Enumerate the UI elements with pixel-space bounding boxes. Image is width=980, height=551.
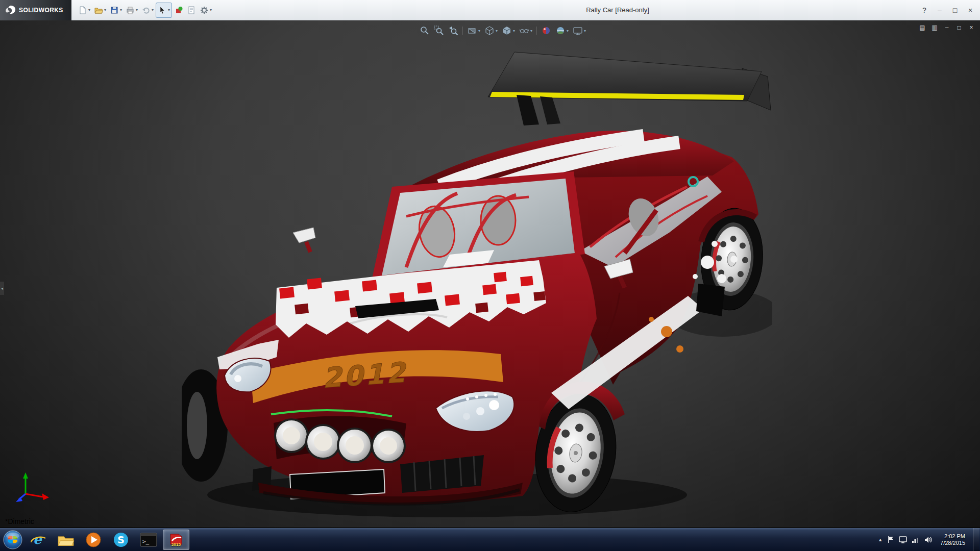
taskbar-command-prompt[interactable]: >_ xyxy=(135,530,162,550)
dropdown-caret[interactable]: ▾ xyxy=(478,29,480,33)
edit-appearance-icon[interactable] xyxy=(541,26,551,36)
window-pane-right-icon[interactable]: ▥ xyxy=(929,23,940,32)
help-button[interactable]: ? xyxy=(917,4,932,17)
display-style-icon[interactable]: ▾ xyxy=(502,26,515,36)
view-orientation-label: *Dimetric xyxy=(5,517,34,525)
folder-icon xyxy=(57,532,75,547)
open-button[interactable]: ▾ xyxy=(92,3,108,18)
collapse-panel-arrow[interactable]: ◂ xyxy=(0,282,4,295)
show-desktop-button[interactable] xyxy=(973,528,979,551)
svg-text:>_: >_ xyxy=(142,538,150,545)
undo-icon xyxy=(141,6,151,15)
app-titlebar: SOLIDWORKS ▾ ▾ ▾ xyxy=(0,0,980,20)
doc-restore-button[interactable]: □ xyxy=(953,23,965,32)
system-tray: ▲ 2:02 PM 7/28/2015 xyxy=(878,528,980,551)
maximize-button[interactable]: □ xyxy=(947,4,963,17)
file-properties-icon xyxy=(187,6,196,15)
doc-close-button[interactable]: × xyxy=(966,23,977,32)
internet-explorer-icon: e xyxy=(30,532,47,548)
section-view-icon[interactable]: ▾ xyxy=(467,26,480,36)
print-button[interactable]: ▾ xyxy=(124,3,139,18)
dropdown-caret[interactable]: ▾ xyxy=(513,29,515,33)
rally-car-model[interactable]: 2012 xyxy=(182,48,772,528)
brand-text: SOLIDWORKS xyxy=(19,7,63,14)
close-button[interactable]: × xyxy=(963,4,978,17)
dropdown-caret[interactable]: ▾ xyxy=(104,8,106,12)
window-pane-left-icon[interactable]: ▤ xyxy=(917,23,928,32)
open-folder-icon xyxy=(94,6,103,15)
hide-show-items-icon[interactable]: ▾ xyxy=(519,26,532,36)
doc-minimize-button[interactable]: – xyxy=(941,23,952,32)
dropdown-caret[interactable]: ▾ xyxy=(496,29,498,33)
main-toolbar: ▾ ▾ ▾ ▾ ▾ xyxy=(71,3,213,18)
volume-icon[interactable] xyxy=(924,536,933,543)
dropdown-caret[interactable]: ▾ xyxy=(567,29,569,33)
rebuild-button[interactable] xyxy=(173,3,185,18)
dropdown-caret[interactable]: ▾ xyxy=(120,8,122,12)
solidworks-version-badge: 2015 xyxy=(172,543,181,547)
window-title: Rally Car [Read-only] xyxy=(531,6,704,14)
3ds-logo-icon xyxy=(4,5,16,16)
clock-time: 2:02 PM xyxy=(940,533,965,540)
apply-scene-icon[interactable]: ▾ xyxy=(555,26,569,36)
print-icon xyxy=(126,6,135,15)
dropdown-caret[interactable]: ▾ xyxy=(88,8,90,12)
view-orientation-icon[interactable]: ▾ xyxy=(484,26,498,36)
zoom-to-area-icon[interactable] xyxy=(434,26,444,36)
undo-button[interactable]: ▾ xyxy=(140,3,155,18)
headsup-view-toolbar: ▾ ▾ ▾ ▾ ▾ ▾ xyxy=(418,24,588,37)
system-window-icon[interactable] xyxy=(899,536,907,543)
options-button[interactable]: ▾ xyxy=(198,3,213,18)
clock-date: 7/28/2015 xyxy=(940,540,965,546)
start-button[interactable] xyxy=(1,528,24,551)
dropdown-caret[interactable]: ▾ xyxy=(210,8,212,12)
document-window-controls: ▤ ▥ – □ × xyxy=(917,23,977,32)
toolbar-separator xyxy=(536,27,537,35)
taskbar-solidworks-2015[interactable]: 2015 xyxy=(163,530,189,550)
orientation-triad xyxy=(12,471,53,504)
taskbar-windows-explorer[interactable] xyxy=(53,530,79,550)
view-settings-icon[interactable]: ▾ xyxy=(573,26,586,36)
media-player-icon xyxy=(85,532,102,548)
action-center-flag-icon[interactable] xyxy=(887,536,894,543)
skype-icon: S xyxy=(113,532,129,548)
save-button[interactable]: ▾ xyxy=(108,3,124,18)
svg-text:e: e xyxy=(33,532,42,547)
taskbar-internet-explorer[interactable]: e xyxy=(25,530,52,550)
window-controls: ? – □ × xyxy=(917,0,978,20)
car-decal-year: 2012 xyxy=(322,356,409,394)
dropdown-caret[interactable]: ▾ xyxy=(136,8,138,12)
dropdown-caret[interactable]: ▾ xyxy=(530,29,532,33)
graphics-viewport[interactable]: ▾ ▾ ▾ ▾ ▾ ▾ ▤ ▥ – □ × xyxy=(0,20,980,528)
select-cursor-icon xyxy=(158,6,167,15)
windows-taskbar: e S >_ 2015 ▲ xyxy=(0,528,980,551)
save-icon xyxy=(110,6,119,15)
minimize-button[interactable]: – xyxy=(932,4,947,17)
select-button[interactable]: ▾ xyxy=(156,3,172,18)
zoom-to-fit-icon[interactable] xyxy=(420,26,430,36)
new-document-button[interactable]: ▾ xyxy=(77,3,92,18)
taskbar-skype[interactable]: S xyxy=(108,530,134,550)
command-prompt-icon: >_ xyxy=(140,533,157,547)
taskbar-clock[interactable]: 2:02 PM 7/28/2015 xyxy=(937,533,968,546)
dropdown-caret[interactable]: ▾ xyxy=(152,8,154,12)
svg-text:S: S xyxy=(117,534,125,545)
options-gear-icon xyxy=(200,6,209,15)
dropdown-caret[interactable]: ▾ xyxy=(584,29,586,33)
previous-view-icon[interactable] xyxy=(448,26,458,36)
new-document-icon xyxy=(78,6,87,15)
file-properties-button[interactable] xyxy=(185,3,198,18)
toolbar-separator xyxy=(462,27,463,35)
hidden-icons-chevron[interactable]: ▲ xyxy=(878,537,883,542)
taskbar-media-player[interactable] xyxy=(80,530,107,550)
rebuild-icon xyxy=(174,6,183,15)
solidworks-brand-block: SOLIDWORKS xyxy=(0,0,71,20)
network-icon[interactable] xyxy=(912,536,920,543)
dropdown-caret[interactable]: ▾ xyxy=(168,8,170,12)
windows-start-icon xyxy=(3,530,23,550)
